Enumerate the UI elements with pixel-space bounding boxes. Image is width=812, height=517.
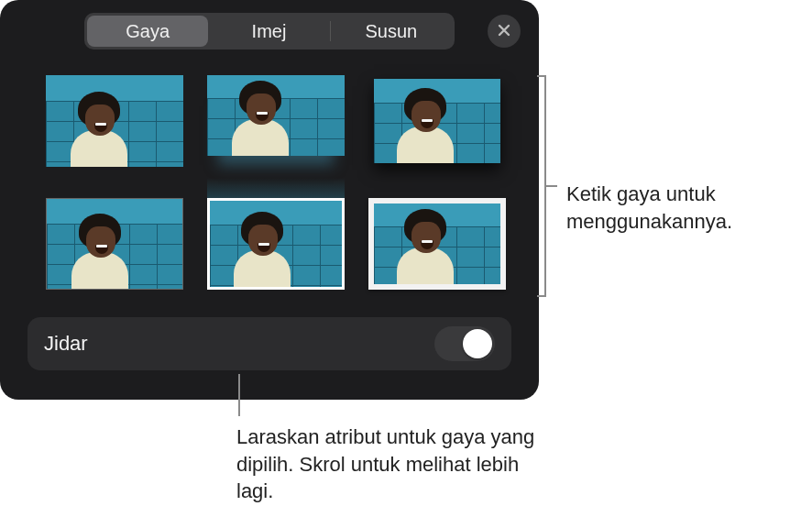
reflection-effect [207,178,345,200]
style-option-shadow[interactable] [368,75,506,167]
callout-tap-style: Ketik gaya untuk menggunakannya. [566,181,805,235]
style-option-reflection[interactable] [207,75,345,178]
callout-bracket [544,72,561,301]
style-option-white-border[interactable] [207,198,345,290]
style-option-thin-border[interactable] [46,198,183,290]
tab-style-label: Gaya [126,21,170,42]
segmented-control: Gaya Imej Susun [84,13,455,50]
border-toggle[interactable] [434,326,495,361]
style-option-plain[interactable] [46,75,183,167]
tab-image[interactable]: Imej [208,16,329,47]
border-attribute-row[interactable]: Jidar [27,317,511,370]
close-icon [497,21,511,42]
style-grid [13,75,526,290]
tab-bar: Gaya Imej Susun [13,13,526,50]
format-inspector-panel: Gaya Imej Susun [0,0,539,400]
border-label: Jidar [44,332,88,356]
close-button[interactable] [488,15,521,48]
callout-leader-line [238,374,240,416]
toggle-knob [463,329,492,358]
tab-arrange-label: Susun [365,21,417,42]
tab-image-label: Imej [252,21,287,42]
tab-style[interactable]: Gaya [87,16,208,47]
style-option-thick-frame[interactable] [368,198,506,290]
callout-adjust-attributes: Laraskan atribut untuk gaya yang dipilih… [236,424,548,505]
tab-arrange[interactable]: Susun [331,16,452,47]
